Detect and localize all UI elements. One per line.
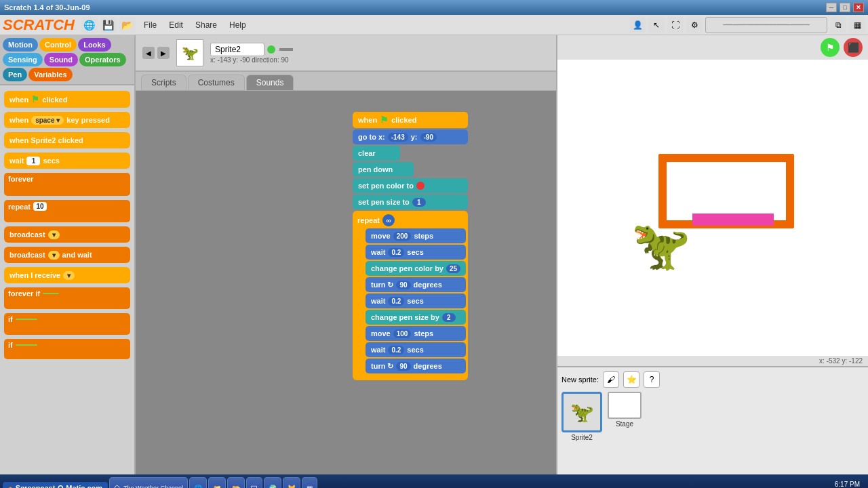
- cat-sensing[interactable]: Sensing: [3, 53, 43, 66]
- categories-panel: Motion Control Looks Sensing Sound Opera…: [0, 35, 134, 85]
- cb-pensize[interactable]: set pen size to 1: [353, 195, 468, 209]
- sprite-info: Sprite2 x: -143 y: -90 direction: 90: [210, 43, 293, 64]
- cb-turn2[interactable]: turn ↻ 90 degrees: [366, 359, 466, 373]
- sprite-nav: ◀ ▶: [142, 47, 170, 59]
- cat-motion[interactable]: Motion: [3, 38, 38, 52]
- tab-costumes[interactable]: Costumes: [188, 75, 245, 90]
- cat-control[interactable]: Control: [39, 38, 77, 52]
- cb-wait1[interactable]: wait 0.2 secs: [366, 245, 466, 260]
- folder-btn[interactable]: 📂: [227, 477, 245, 488]
- cb-changecolor[interactable]: change pen color by 25: [366, 261, 466, 276]
- cat-looks[interactable]: Looks: [78, 38, 111, 52]
- block-when-sprite[interactable]: when Sprite2 clicked: [4, 132, 130, 148]
- nav-prev[interactable]: ◀: [142, 47, 155, 59]
- block-when-clicked[interactable]: when ⚑ clicked: [4, 91, 130, 108]
- cb-pendown[interactable]: pen down: [353, 162, 414, 177]
- tab-sounds[interactable]: Sounds: [246, 75, 294, 90]
- sprite-name[interactable]: Sprite2: [210, 43, 264, 56]
- cb-clear[interactable]: clear: [353, 146, 400, 161]
- explorer-btn[interactable]: 📁: [208, 477, 226, 488]
- cb-when-clicked[interactable]: when ⚑ clicked: [353, 112, 468, 128]
- menu-bar: SCRATCH 🌐 💾 📂 File Edit Share Help 👤 ↖ ⛶…: [0, 15, 868, 35]
- star-sprite-btn[interactable]: ⭐: [623, 371, 639, 388]
- app2-btn[interactable]: 🌍: [264, 477, 281, 488]
- right-toolbar: 👤 ↖ ⛶ ⚙ ────────────────── ⧉ ▦: [629, 17, 865, 33]
- menu-share[interactable]: Share: [190, 18, 222, 32]
- cb-move100[interactable]: move 100 steps: [366, 326, 466, 341]
- folder-icon[interactable]: 📂: [119, 17, 136, 33]
- cat-pen[interactable]: Pen: [3, 68, 27, 81]
- main-area: Motion Control Looks Sensing Sound Opera…: [0, 35, 868, 474]
- block-broadcast[interactable]: broadcast ▾: [4, 226, 130, 243]
- block-when-receive[interactable]: when I receive ▾: [4, 267, 130, 283]
- settings-icon[interactable]: ⚙: [686, 17, 703, 33]
- cb-turn1[interactable]: turn ↻ 90 degrees: [366, 277, 466, 292]
- block-if-else[interactable]: if: [4, 339, 130, 359]
- title-bar: Scratch 1.4 of 30-Jun-09 ─ □ ✕: [0, 0, 868, 15]
- block-forever[interactable]: forever: [4, 173, 130, 196]
- code-stack-main: when ⚑ clicked go to x: -143 y: -90 clea…: [353, 111, 468, 381]
- cb-repeat-header[interactable]: repeat ∞: [355, 213, 466, 228]
- weather-btn[interactable]: 🌤 The Weather Channel: [109, 477, 188, 488]
- menu-file[interactable]: File: [138, 18, 162, 32]
- sprite-thumbnail: 🦖: [176, 39, 203, 66]
- window-controls: ─ □ ✕: [826, 3, 864, 12]
- blocks-panel: Motion Control Looks Sensing Sound Opera…: [0, 35, 136, 474]
- cb-changesize[interactable]: change pen size by 2: [366, 310, 466, 325]
- ie-btn[interactable]: 🌐: [189, 477, 207, 488]
- minimize-button[interactable]: ─: [826, 3, 837, 12]
- block-if[interactable]: if: [4, 313, 130, 335]
- app1-btn[interactable]: 🛡: [246, 477, 262, 488]
- color-swatch[interactable]: [416, 182, 425, 190]
- stage-scene: 🦖: [618, 140, 808, 276]
- globe-icon[interactable]: 🌐: [81, 17, 98, 33]
- layout-icon[interactable]: ▦: [849, 17, 865, 33]
- app3-btn[interactable]: ▦: [302, 477, 317, 488]
- block-forever-if[interactable]: forever if: [4, 287, 130, 309]
- fullscreen-icon[interactable]: ⛶: [667, 17, 684, 33]
- sprite-item-2[interactable]: 🦖 Sprite2: [561, 392, 602, 441]
- scratch-logo: SCRATCH: [3, 16, 75, 34]
- cb-wait2[interactable]: wait 0.2 secs: [366, 293, 466, 308]
- stage-toolbar: ⚑ ⬛: [557, 35, 868, 60]
- screencast-btn[interactable]: ● Screencast-O-Matic.com: [3, 482, 108, 488]
- clock-time: 6:17 PM: [833, 481, 860, 488]
- cat-variables[interactable]: Variables: [28, 68, 72, 81]
- save-icon[interactable]: 💾: [100, 17, 117, 33]
- cat-sound[interactable]: Sound: [44, 53, 78, 66]
- cb-pencolor[interactable]: set pen color to: [353, 178, 468, 193]
- close-button[interactable]: ✕: [853, 3, 864, 12]
- active-indicator: [267, 45, 275, 54]
- cb-goto[interactable]: go to x: -143 y: -90: [353, 129, 468, 144]
- sprite-item-stage[interactable]: Stage: [608, 392, 642, 441]
- go-button[interactable]: ⚑: [821, 38, 840, 57]
- block-broadcast-wait[interactable]: broadcast ▾ and wait: [4, 247, 130, 263]
- stage-coords: x: -532 y: -122: [557, 356, 868, 366]
- flag-icon: ⚑: [31, 94, 39, 104]
- maximize-button[interactable]: □: [840, 3, 850, 12]
- menu-edit[interactable]: Edit: [163, 18, 189, 32]
- question-sprite-btn[interactable]: ?: [644, 371, 660, 388]
- cat-operators[interactable]: Operators: [79, 53, 126, 66]
- line-indicator: [279, 48, 293, 51]
- cursor-icon[interactable]: ↖: [648, 17, 665, 33]
- cb-move200[interactable]: move 200 steps: [366, 228, 466, 243]
- stop-button[interactable]: ⬛: [844, 38, 863, 57]
- paint-sprite-btn[interactable]: 🖌: [603, 371, 619, 388]
- block-when-key[interactable]: when space ▾ key pressed: [4, 112, 130, 128]
- user-icon[interactable]: 👤: [629, 17, 646, 33]
- scratch-cat-btn[interactable]: 🐱: [283, 477, 300, 488]
- copy-icon[interactable]: ⧉: [830, 17, 846, 33]
- sprite-header: ◀ ▶ 🦖 Sprite2 x: -143 y: -90 direction: …: [136, 35, 556, 72]
- scripts-area: ◀ ▶ 🦖 Sprite2 x: -143 y: -90 direction: …: [136, 35, 556, 474]
- sprites-toolbar: New sprite: 🖌 ⭐ ?: [561, 371, 864, 388]
- block-repeat[interactable]: repeat10: [4, 200, 130, 222]
- nav-next[interactable]: ▶: [157, 47, 170, 59]
- stage-canvas: 🦖: [557, 60, 868, 356]
- cb-wait3[interactable]: wait 0.2 secs: [366, 342, 466, 357]
- block-wait[interactable]: wait 1 secs: [4, 152, 130, 169]
- tab-scripts[interactable]: Scripts: [141, 75, 186, 90]
- menu-help[interactable]: Help: [224, 18, 252, 32]
- new-sprite-label: New sprite:: [561, 375, 599, 384]
- scripts-canvas[interactable]: when ⚑ clicked go to x: -143 y: -90 clea…: [136, 91, 556, 474]
